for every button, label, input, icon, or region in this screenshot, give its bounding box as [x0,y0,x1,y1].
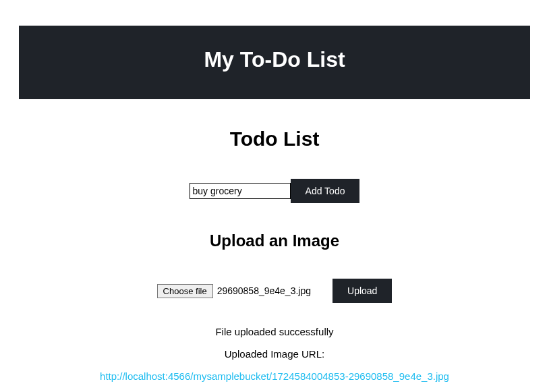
selected-file-name: 29690858_9e4e_3.jpg [217,285,311,296]
todo-section-title: Todo List [0,128,549,150]
main-content: Todo List Add Todo Upload an Image Choos… [0,99,549,383]
upload-button[interactable]: Upload [333,279,392,303]
add-todo-button[interactable]: Add Todo [291,179,360,203]
file-picker: Choose file 29690858_9e4e_3.jpg [157,284,311,298]
header-banner: My To-Do List [19,26,530,99]
uploaded-url-label: Uploaded Image URL: [0,348,549,360]
todo-input-row: Add Todo [0,179,549,203]
choose-file-button[interactable]: Choose file [157,284,213,298]
upload-section-title: Upload an Image [0,231,549,250]
page-title: My To-Do List [19,47,530,72]
upload-row: Choose file 29690858_9e4e_3.jpg Upload [0,279,549,303]
uploaded-url-link[interactable]: http://localhost:4566/mysamplebucket/172… [100,370,449,382]
upload-status-message: File uploaded successfully [0,326,549,337]
page-root: My To-Do List Todo List Add Todo Upload … [0,26,549,383]
todo-input[interactable] [190,183,291,199]
